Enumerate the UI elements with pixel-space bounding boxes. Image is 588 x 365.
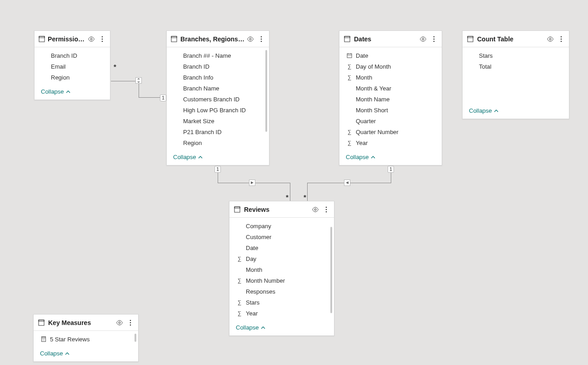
- table-branches[interactable]: Branches, Regions, M... Branch ## - Name…: [166, 30, 269, 165]
- table-icon: [38, 35, 45, 43]
- field-item[interactable]: Month Name: [339, 94, 442, 105]
- collapse-button[interactable]: Collapse: [463, 104, 569, 119]
- field-item[interactable]: ∑Day: [229, 253, 334, 264]
- field-item[interactable]: P21 Branch ID: [167, 126, 269, 137]
- field-item[interactable]: Stars: [463, 50, 569, 61]
- field-item[interactable]: Customer: [229, 231, 334, 242]
- svg-point-30: [314, 209, 316, 210]
- svg-point-46: [43, 340, 44, 340]
- eye-icon[interactable]: [311, 205, 319, 214]
- table-dates[interactable]: Dates Date ∑Day of Month ∑Month Month & …: [339, 30, 442, 165]
- field-item[interactable]: ∑Day of Month: [339, 61, 442, 72]
- eye-icon[interactable]: [246, 35, 254, 43]
- collapse-button[interactable]: Collapse: [34, 346, 138, 361]
- rel-perm-branches-one: 1: [160, 95, 166, 101]
- field-name: Day: [246, 255, 329, 262]
- svg-rect-12: [344, 36, 350, 42]
- field-item[interactable]: Total: [463, 61, 569, 72]
- field-item[interactable]: Email: [35, 61, 110, 72]
- more-icon[interactable]: [557, 35, 565, 43]
- field-item[interactable]: Customers Branch ID: [167, 94, 269, 105]
- field-name: Month Short: [356, 107, 437, 114]
- scrollbar[interactable]: [135, 334, 136, 342]
- collapse-button[interactable]: Collapse: [167, 150, 269, 165]
- field-item[interactable]: Region: [167, 137, 269, 148]
- eye-icon[interactable]: [546, 35, 554, 43]
- field-name: Date: [246, 245, 329, 251]
- field-item[interactable]: Branch ID: [35, 50, 110, 61]
- svg-point-27: [561, 40, 562, 42]
- svg-point-10: [261, 38, 262, 40]
- field-item[interactable]: ∑Month: [339, 72, 442, 83]
- field-name: Responses: [246, 288, 329, 295]
- table-title: Permissions ...: [48, 35, 85, 43]
- svg-rect-18: [347, 54, 352, 58]
- field-item[interactable]: High Low PG Branch ID: [167, 105, 269, 115]
- svg-point-9: [261, 36, 262, 37]
- table-icon: [170, 35, 178, 43]
- chevron-up-icon: [371, 155, 375, 159]
- card-header[interactable]: Dates: [339, 31, 442, 47]
- field-name: Customer: [246, 234, 329, 240]
- sigma-icon: ∑: [346, 74, 353, 80]
- field-item[interactable]: Month Short: [339, 105, 442, 115]
- svg-point-14: [422, 38, 424, 40]
- field-name: Date: [356, 52, 437, 59]
- svg-rect-13: [344, 36, 350, 38]
- svg-point-4: [102, 38, 103, 40]
- field-item[interactable]: 5 Star Reviews: [34, 334, 138, 345]
- more-icon[interactable]: [430, 35, 438, 43]
- svg-point-33: [326, 211, 327, 212]
- table-reviews[interactable]: Reviews Company Customer Date ∑Day Month…: [229, 201, 334, 336]
- card-header[interactable]: Permissions ...: [35, 31, 110, 47]
- card-header[interactable]: Reviews: [229, 201, 334, 218]
- table-count[interactable]: Count Table Stars Total Collapse: [462, 30, 569, 119]
- field-item[interactable]: ∑Year: [339, 137, 442, 148]
- field-item[interactable]: Branch Info: [167, 72, 269, 83]
- collapse-button[interactable]: Collapse: [35, 85, 110, 100]
- collapse-button[interactable]: Collapse: [339, 150, 442, 165]
- table-key-measures[interactable]: Key Measures 5 Star Reviews Collapse: [33, 314, 139, 362]
- field-name: Branch ## - Name: [183, 52, 264, 59]
- field-item[interactable]: Date: [339, 50, 442, 61]
- more-icon[interactable]: [257, 35, 265, 43]
- field-item[interactable]: ∑Quarter Number: [339, 126, 442, 137]
- field-item[interactable]: Market Size: [167, 115, 269, 126]
- rel-branches-reviews-one: 1: [214, 166, 221, 173]
- field-item[interactable]: ∑Stars: [229, 297, 334, 308]
- more-icon[interactable]: [322, 205, 330, 214]
- field-list: 5 Star Reviews: [34, 331, 138, 346]
- eye-icon[interactable]: [115, 319, 124, 327]
- card-header[interactable]: Branches, Regions, M...: [167, 31, 269, 47]
- field-item[interactable]: ∑Month Number: [229, 275, 334, 286]
- eye-icon[interactable]: [419, 35, 427, 43]
- svg-point-24: [549, 38, 551, 40]
- field-item[interactable]: Region: [35, 72, 110, 83]
- field-item[interactable]: Date: [229, 242, 334, 253]
- more-icon[interactable]: [126, 319, 135, 327]
- field-item[interactable]: Responses: [229, 286, 334, 297]
- field-item[interactable]: Branch ## - Name: [167, 50, 269, 61]
- field-item[interactable]: Month & Year: [339, 83, 442, 94]
- card-header[interactable]: Count Table: [463, 31, 569, 47]
- table-title: Dates: [354, 35, 417, 43]
- model-canvas[interactable]: * 1 1 * 1 * Permissions ...: [0, 0, 588, 365]
- field-item[interactable]: Month: [229, 264, 334, 275]
- field-name: Year: [246, 310, 329, 317]
- more-icon[interactable]: [98, 35, 106, 43]
- table-permissions[interactable]: Permissions ... Branch ID Email Region C…: [34, 30, 110, 100]
- field-item[interactable]: ∑Year: [229, 308, 334, 319]
- field-item[interactable]: Company: [229, 220, 334, 231]
- card-header[interactable]: Key Measures: [34, 315, 138, 331]
- field-item[interactable]: Branch ID: [167, 61, 269, 72]
- field-name: Branch Info: [183, 74, 264, 81]
- rel-perm-branches-direction-icon: [135, 77, 142, 84]
- field-item[interactable]: Quarter: [339, 115, 442, 126]
- table-icon: [466, 35, 474, 43]
- scrollbar[interactable]: [330, 227, 332, 313]
- collapse-button[interactable]: Collapse: [229, 320, 334, 335]
- eye-icon[interactable]: [87, 35, 95, 43]
- svg-rect-41: [42, 337, 45, 338]
- scrollbar[interactable]: [265, 50, 267, 132]
- field-item[interactable]: Branch Name: [167, 83, 269, 94]
